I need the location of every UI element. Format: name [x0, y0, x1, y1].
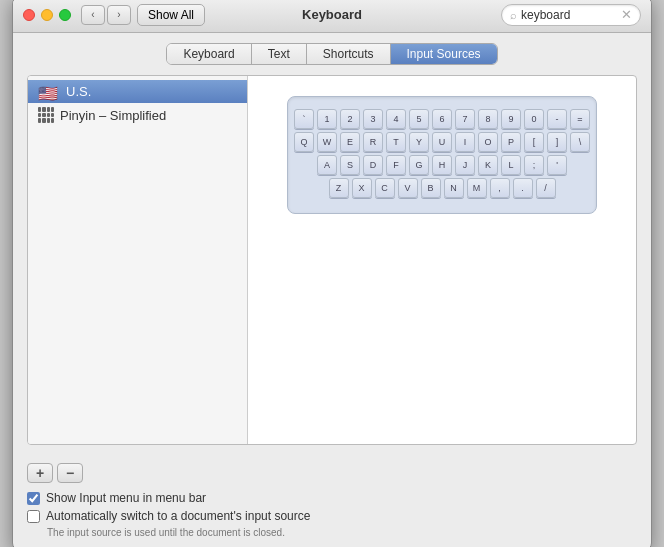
key-l: L [501, 155, 521, 175]
tab-keyboard[interactable]: Keyboard [167, 44, 251, 64]
key-backtick: ` [294, 109, 314, 129]
search-input[interactable] [521, 8, 611, 22]
key-comma: , [490, 178, 510, 198]
grid-icon [38, 107, 54, 123]
key-p: P [501, 132, 521, 152]
maximize-button[interactable] [59, 9, 71, 21]
key-6: 6 [432, 109, 452, 129]
key-z: Z [329, 178, 349, 198]
key-j: J [455, 155, 475, 175]
forward-button[interactable]: › [107, 5, 131, 25]
key-v: V [398, 178, 418, 198]
footer: + − Show Input menu in menu bar Automati… [13, 455, 651, 547]
keyboard-visual: ` 1 2 3 4 5 6 7 8 9 0 - = Q W [287, 96, 597, 214]
auto-switch-label: Automatically switch to a document's inp… [46, 509, 310, 523]
key-semicolon: ; [524, 155, 544, 175]
key-1: 1 [317, 109, 337, 129]
tab-text[interactable]: Text [252, 44, 307, 64]
key-8: 8 [478, 109, 498, 129]
show-input-menu-checkbox[interactable] [27, 492, 40, 505]
key-2: 2 [340, 109, 360, 129]
key-w: W [317, 132, 337, 152]
key-q: Q [294, 132, 314, 152]
search-clear-icon[interactable]: ✕ [621, 7, 632, 22]
key-h: H [432, 155, 452, 175]
footer-buttons: + − [27, 463, 637, 483]
tab-shortcuts[interactable]: Shortcuts [307, 44, 391, 64]
key-y: Y [409, 132, 429, 152]
auto-switch-row: Automatically switch to a document's inp… [27, 509, 637, 523]
nav-buttons: ‹ › [81, 5, 131, 25]
key-backslash: \ [570, 132, 590, 152]
key-3: 3 [363, 109, 383, 129]
key-o: O [478, 132, 498, 152]
tab-input-sources[interactable]: Input Sources [391, 44, 497, 64]
key-7: 7 [455, 109, 475, 129]
key-i: I [455, 132, 475, 152]
back-button[interactable]: ‹ [81, 5, 105, 25]
key-s: S [340, 155, 360, 175]
key-d: D [363, 155, 383, 175]
key-b: B [421, 178, 441, 198]
window-title: Keyboard [302, 7, 362, 22]
close-button[interactable] [23, 9, 35, 21]
key-rbracket: ] [547, 132, 567, 152]
key-row-3: A S D F G H J K L ; ' [298, 155, 586, 175]
main-window: ‹ › Show All Keyboard ⌕ ✕ Keyboard Text … [12, 0, 652, 547]
titlebar: ‹ › Show All Keyboard ⌕ ✕ [13, 0, 651, 33]
key-lbracket: [ [524, 132, 544, 152]
key-5: 5 [409, 109, 429, 129]
key-slash: / [536, 178, 556, 198]
add-source-button[interactable]: + [27, 463, 53, 483]
flag-icon: 🇺🇸 [38, 84, 60, 99]
key-x: X [352, 178, 372, 198]
tab-group: Keyboard Text Shortcuts Input Sources [166, 43, 497, 65]
key-0: 0 [524, 109, 544, 129]
key-equals: = [570, 109, 590, 129]
sidebar: 🇺🇸 U.S. Pinyin – Simplified [28, 76, 248, 444]
tabs-bar: Keyboard Text Shortcuts Input Sources [13, 33, 651, 65]
key-9: 9 [501, 109, 521, 129]
hint-text: The input source is used until the docum… [47, 527, 637, 538]
key-quote: ' [547, 155, 567, 175]
traffic-lights [23, 9, 71, 21]
minimize-button[interactable] [41, 9, 53, 21]
main-panel: ` 1 2 3 4 5 6 7 8 9 0 - = Q W [248, 76, 636, 444]
search-icon: ⌕ [510, 9, 517, 21]
key-4: 4 [386, 109, 406, 129]
content-area: 🇺🇸 U.S. Pinyin – Simplified ` 1 2 [27, 75, 637, 445]
key-k: K [478, 155, 498, 175]
show-input-menu-row: Show Input menu in menu bar [27, 491, 637, 505]
key-e: E [340, 132, 360, 152]
auto-switch-checkbox[interactable] [27, 510, 40, 523]
key-row-1: ` 1 2 3 4 5 6 7 8 9 0 - = [298, 109, 586, 129]
key-row-2: Q W E R T Y U I O P [ ] \ [298, 132, 586, 152]
key-minus: - [547, 109, 567, 129]
key-f: F [386, 155, 406, 175]
sidebar-item-us[interactable]: 🇺🇸 U.S. [28, 80, 247, 103]
key-row-4: Z X C V B N M , . / [298, 178, 586, 198]
key-period: . [513, 178, 533, 198]
key-m: M [467, 178, 487, 198]
key-g: G [409, 155, 429, 175]
show-all-button[interactable]: Show All [137, 4, 205, 26]
key-c: C [375, 178, 395, 198]
key-r: R [363, 132, 383, 152]
search-box[interactable]: ⌕ ✕ [501, 4, 641, 26]
sidebar-item-pinyin[interactable]: Pinyin – Simplified [28, 103, 247, 127]
key-a: A [317, 155, 337, 175]
key-u: U [432, 132, 452, 152]
key-n: N [444, 178, 464, 198]
key-t: T [386, 132, 406, 152]
remove-source-button[interactable]: − [57, 463, 83, 483]
show-input-menu-label: Show Input menu in menu bar [46, 491, 206, 505]
